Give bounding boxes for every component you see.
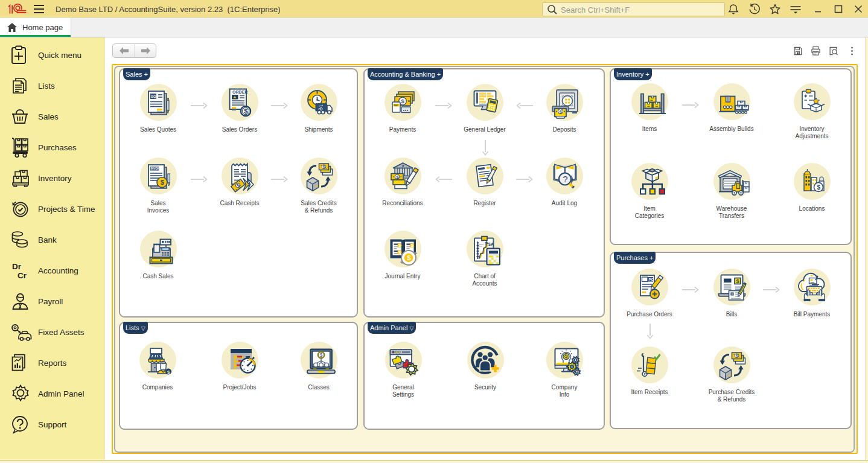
svg-text:$: $ xyxy=(244,107,247,115)
svg-text:Cr: Cr xyxy=(18,271,27,280)
svg-text:PO: PO xyxy=(648,278,654,281)
svg-text:INVOICE: INVOICE xyxy=(150,167,162,170)
svg-text:ORDER: ORDER xyxy=(232,90,247,94)
svg-text:$: $ xyxy=(401,98,404,104)
svg-text:$: $ xyxy=(817,184,820,191)
svg-text:$: $ xyxy=(167,369,170,375)
svg-text:$: $ xyxy=(322,165,325,170)
svg-text:Dr: Dr xyxy=(12,262,22,271)
svg-text:?: ? xyxy=(563,174,567,184)
svg-text:$: $ xyxy=(319,352,322,358)
svg-text:$: $ xyxy=(735,354,738,359)
svg-text:$: $ xyxy=(160,179,164,186)
svg-text:$: $ xyxy=(736,278,739,284)
svg-text:$: $ xyxy=(396,174,399,180)
svg-text:SQ: SQ xyxy=(151,95,156,98)
svg-text:$: $ xyxy=(407,254,411,261)
svg-text:$: $ xyxy=(559,109,562,115)
svg-text:PAY: PAY xyxy=(394,104,398,107)
